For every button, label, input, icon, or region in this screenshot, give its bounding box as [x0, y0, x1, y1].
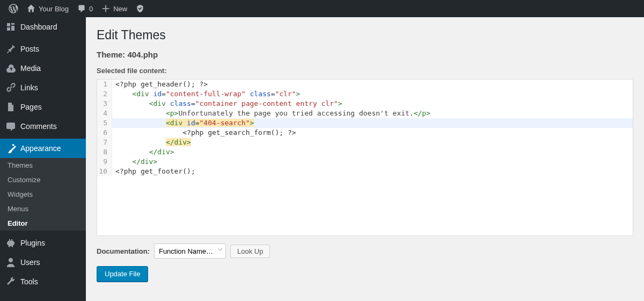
- admin-toolbar: Your Blog 0 New: [0, 0, 644, 17]
- sidebar-item-plugins[interactable]: Plugins: [0, 233, 86, 253]
- link-icon: [5, 82, 16, 93]
- theme-file-name: Theme: 404.php: [97, 50, 633, 59]
- home-icon: [27, 4, 35, 13]
- new-content-menu[interactable]: New: [97, 0, 131, 17]
- code-line: <?php get_footer();: [112, 167, 633, 176]
- site-name-menu[interactable]: Your Blog: [23, 0, 73, 17]
- sidebar-item-links[interactable]: Links: [0, 78, 86, 97]
- sidebar-item-label: Posts: [20, 45, 39, 53]
- sidebar-item-posts[interactable]: Posts: [0, 39, 86, 59]
- line-number: 6: [97, 128, 112, 138]
- wordpress-icon: [9, 4, 18, 13]
- submenu-item-themes[interactable]: Themes: [0, 158, 86, 173]
- line-number: 10: [97, 167, 112, 176]
- comment-icon: [77, 4, 86, 13]
- submenu-item-customize[interactable]: Customize: [0, 173, 86, 187]
- line-number: 8: [97, 147, 112, 157]
- sidebar-item-comments[interactable]: Comments: [0, 117, 86, 136]
- comments-count: 0: [89, 5, 93, 13]
- user-icon: [5, 257, 16, 268]
- documentation-row: Documentation: Function Name… Look Up: [97, 243, 633, 259]
- admin-sidebar: Dashboard Posts Media Links Pages Commen…: [0, 17, 86, 301]
- sidebar-item-label: Dashboard: [20, 23, 57, 31]
- sidebar-item-tools[interactable]: Tools: [0, 272, 86, 291]
- main-content: Edit Themes Theme: 404.php Selected file…: [86, 17, 644, 301]
- line-number: 5: [97, 118, 112, 128]
- documentation-label: Documentation:: [97, 247, 150, 255]
- sidebar-item-appearance[interactable]: Appearance: [0, 139, 86, 158]
- comment-icon: [5, 121, 16, 132]
- line-number: 4: [97, 109, 112, 118]
- pin-icon: [5, 44, 16, 54]
- submenu-label: Customize: [8, 176, 40, 184]
- plugin-icon: [5, 238, 16, 248]
- sidebar-item-label: Plugins: [20, 239, 45, 247]
- media-icon: [5, 63, 16, 74]
- sidebar-item-label: Pages: [20, 103, 42, 111]
- comments-menu[interactable]: 0: [73, 0, 97, 17]
- submenu-label: Menus: [8, 205, 28, 213]
- wrench-icon: [5, 276, 16, 287]
- sidebar-item-dashboard[interactable]: Dashboard: [0, 17, 86, 37]
- code-line: </div>: [112, 138, 633, 147]
- sidebar-item-media[interactable]: Media: [0, 59, 86, 78]
- code-line: <?php get_header(); ?>: [112, 80, 633, 89]
- code-line: <div id="content-full-wrap" class="clr">: [112, 89, 633, 99]
- submenu-item-widgets[interactable]: Widgets: [0, 187, 86, 202]
- sidebar-item-label: Tools: [20, 277, 38, 286]
- new-label: New: [113, 5, 127, 13]
- submenu-item-editor[interactable]: Editor: [0, 216, 86, 231]
- page-title: Edit Themes: [97, 28, 633, 42]
- sidebar-item-label: Appearance: [20, 144, 61, 153]
- selected-file-content-label: Selected file content:: [97, 67, 633, 75]
- update-file-button[interactable]: Update File: [97, 266, 148, 282]
- sidebar-item-label: Users: [20, 258, 40, 267]
- code-line: <?php get_search_form(); ?>: [112, 128, 633, 138]
- code-editor[interactable]: 1<?php get_header(); ?> 2 <div id="conte…: [97, 79, 633, 236]
- submenu-label: Editor: [8, 219, 28, 227]
- sidebar-item-users[interactable]: Users: [0, 253, 86, 272]
- code-line: <div class="container page-content entry…: [112, 99, 633, 109]
- wp-logo-menu[interactable]: [4, 0, 23, 17]
- sidebar-item-label: Comments: [20, 122, 57, 131]
- submenu-item-menus[interactable]: Menus: [0, 202, 86, 216]
- dashboard-icon: [5, 22, 16, 32]
- sidebar-item-label: Media: [20, 64, 41, 73]
- appearance-submenu: Themes Customize Widgets Menus Editor: [0, 158, 86, 231]
- code-line: <p>Unfortunately the page you tried acce…: [112, 109, 633, 118]
- plus-icon: [101, 4, 110, 13]
- vaultpress-menu[interactable]: [131, 0, 149, 17]
- sidebar-item-label: Links: [20, 83, 38, 92]
- code-line: <div id="404-search">: [112, 118, 633, 128]
- shield-check-icon: [136, 4, 144, 13]
- site-name-text: Your Blog: [39, 5, 69, 13]
- page-icon: [5, 102, 16, 112]
- sidebar-item-pages[interactable]: Pages: [0, 97, 86, 117]
- code-line: </div>: [112, 147, 633, 157]
- line-number: 3: [97, 99, 112, 109]
- line-number: 1: [97, 80, 112, 89]
- lookup-button[interactable]: Look Up: [230, 245, 270, 258]
- brush-icon: [5, 143, 16, 154]
- line-number: 7: [97, 138, 112, 147]
- submenu-label: Themes: [8, 161, 33, 169]
- line-number: 9: [97, 157, 112, 167]
- function-name-select[interactable]: Function Name…: [154, 243, 226, 259]
- line-number: 2: [97, 89, 112, 99]
- submenu-label: Widgets: [8, 190, 33, 198]
- code-line: </div>: [112, 157, 633, 167]
